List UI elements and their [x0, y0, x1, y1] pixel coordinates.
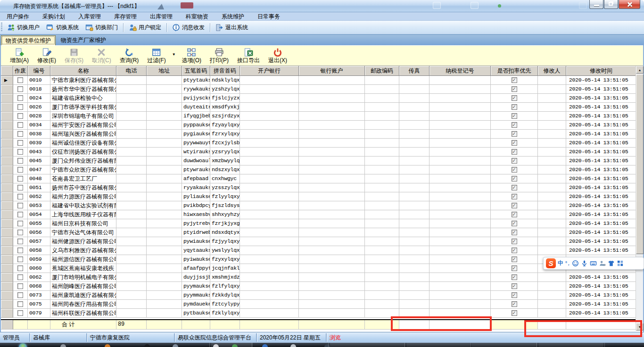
void-checkbox[interactable] — [17, 185, 23, 190]
rate-priority-checkbox[interactable]: ✓ — [512, 256, 517, 262]
void-checkbox[interactable] — [17, 310, 23, 316]
rate-priority-checkbox[interactable]: ✓ — [512, 131, 517, 137]
table-row[interactable]: 0045厦门众邦伟业医疗器械有限公司duwdwoaulxmzbwyylq✓202… — [1, 157, 636, 165]
rate-priority-checkbox[interactable]: ✓ — [512, 113, 517, 119]
skin-icon[interactable] — [608, 260, 615, 267]
void-checkbox[interactable] — [17, 167, 23, 173]
table-row[interactable]: 0062厦门市晗明机械电子有限公司duyjjssjbxmshmjxdz✓2020… — [1, 273, 636, 282]
void-checkbox[interactable] — [17, 265, 23, 271]
action-button-edit[interactable]: 修改(E) — [33, 47, 60, 65]
table-row[interactable]: 0024福建省临床检验中心pvijysckrfjslcjyzx✓2020-05-… — [1, 94, 636, 103]
rate-priority-checkbox[interactable]: ✓ — [512, 140, 517, 146]
rate-priority-checkbox[interactable]: ✓ — [512, 274, 517, 280]
void-checkbox[interactable] — [17, 239, 23, 244]
table-row[interactable]: 0047宁德市众欣医疗器械有限公司ptywrauksndszxylqx✓2020… — [1, 165, 636, 174]
rate-priority-checkbox[interactable]: ✓ — [512, 167, 517, 173]
action-button-options[interactable]: 选项(O) — [178, 47, 206, 65]
table-row[interactable]: 0034福州宇安医疗器械有限公司pyppauksefzyaylqxy✓2020-… — [1, 121, 636, 130]
table-row[interactable]: 0051扬州市苏中医疗器械有限公司ryyakauksyzsszylqx✓2020… — [1, 183, 636, 192]
taskbar-app-icon[interactable] — [60, 344, 66, 347]
quick-button-message[interactable]: 消息收发 — [169, 22, 208, 33]
restore-button[interactable] — [604, 0, 618, 9]
voice-icon[interactable] — [581, 260, 588, 267]
taskbar-app-icon[interactable] — [290, 344, 296, 347]
taskbar-app-icon[interactable] — [105, 344, 110, 347]
rate-priority-checkbox[interactable]: ✓ — [512, 194, 517, 199]
menu-item-8[interactable]: 日常事务 — [251, 12, 287, 21]
taskbar-app-icon[interactable] — [262, 344, 268, 347]
close-button[interactable] — [619, 0, 640, 9]
taskbar-app-icon[interactable] — [324, 344, 330, 347]
void-checkbox[interactable] — [17, 176, 23, 182]
quick-button-switch-system[interactable]: 切换系统 — [43, 22, 82, 33]
punctuation-icon[interactable]: °， — [565, 260, 570, 267]
rate-priority-checkbox[interactable]: ✓ — [512, 77, 517, 83]
table-row[interactable]: 0048苍南县宏卫工艺厂afepbaadcnxhwgyc✓2020-05-14 … — [1, 174, 636, 183]
void-checkbox[interactable] — [17, 77, 23, 83]
rate-priority-checkbox[interactable]: ✓ — [512, 283, 517, 289]
void-checkbox[interactable] — [17, 248, 23, 253]
table-row[interactable]: 0079福州科联医疗器械有限公司pytbauksefzklylqxy✓2020-… — [1, 309, 636, 318]
minimize-button[interactable] — [589, 0, 603, 9]
quick-button-switch-user[interactable]: 切换用户 — [4, 22, 43, 33]
void-checkbox[interactable] — [17, 149, 23, 155]
rate-priority-checkbox[interactable]: ✓ — [512, 149, 517, 155]
tab-2[interactable]: 物资生产厂家维护 — [57, 35, 110, 45]
toolbox-icon[interactable] — [617, 260, 624, 267]
table-row[interactable]: 0028深圳市锦瑞电子有限公司ifyqgjbebszsjrdzyx✓2020-0… — [1, 112, 636, 121]
menu-item-6[interactable]: 科室物资 — [179, 12, 215, 21]
table-row[interactable]: 0039福州诚信佳医疗设备有限公司pyywwauytfzcxjylsb✓2020… — [1, 139, 636, 148]
void-checkbox[interactable] — [17, 274, 23, 280]
menu-item-7[interactable]: 系统维护 — [215, 12, 251, 21]
quick-button-user-lock[interactable]: 用户锁定 — [125, 22, 165, 33]
rate-priority-checkbox[interactable]: ✓ — [512, 292, 517, 298]
action-button-print[interactable]: 打印(P) — [206, 47, 233, 65]
table-row[interactable]: 0068福州朗峰医疗器械有限公司pyymauksefzlfylqxy✓2020-… — [1, 282, 636, 291]
void-checkbox[interactable] — [17, 221, 23, 226]
taskbar-window-button[interactable] — [538, 343, 603, 347]
chinese-mode-icon[interactable]: 中 — [558, 259, 563, 267]
rate-priority-checkbox[interactable]: ✓ — [512, 95, 517, 101]
table-row[interactable]: 0056宁德市兴达气体有限公司ptyidrwebndsxdqtyx✓2020-0… — [1, 228, 636, 237]
rate-priority-checkbox[interactable]: ✓ — [512, 310, 517, 316]
keyboard-icon[interactable] — [590, 260, 597, 267]
toolbar-grip[interactable] — [1, 23, 2, 32]
table-row[interactable]: 0060蕉城区蕉南福安康老残疾afaafppytjcqjnfakl✓2020-0… — [1, 264, 636, 273]
scrollbar-thumb[interactable] — [636, 74, 644, 254]
rate-priority-checkbox[interactable]: ✓ — [512, 158, 517, 164]
menu-item-2[interactable]: 采购计划 — [36, 12, 72, 21]
void-checkbox[interactable] — [17, 86, 23, 92]
table-row[interactable]: 0073福州康凯迪医疗器械有限公司pyymmauksfzkkdylqx✓2020… — [1, 291, 636, 300]
taskbar-window-button[interactable] — [330, 343, 405, 347]
void-checkbox[interactable] — [17, 256, 23, 262]
taskbar-window-button[interactable] — [406, 343, 471, 347]
table-row[interactable]: 0059福州源信医疗器械有限公司pyiwauksefzyxylqxy✓2020-… — [1, 255, 636, 264]
rate-priority-checkbox[interactable]: ✓ — [512, 176, 517, 182]
menu-item-3[interactable]: 入库管理 — [72, 12, 107, 21]
taskbar-app-icon[interactable] — [144, 344, 150, 347]
action-button-filter[interactable]: 过滤(F) — [143, 47, 170, 65]
rate-priority-checkbox[interactable]: ✓ — [512, 203, 517, 208]
rate-priority-checkbox[interactable]: ✓ — [512, 265, 517, 271]
sogou-logo[interactable]: S — [546, 258, 556, 268]
menu-item-5[interactable]: 出库管理 — [143, 12, 179, 21]
table-row[interactable]: ▶0010宁德市康利医疗器械有限公司ptyytauksndsklylqx✓202… — [1, 76, 636, 85]
rate-priority-checkbox[interactable]: ✓ — [512, 86, 517, 92]
rate-priority-checkbox[interactable]: ✓ — [512, 122, 517, 128]
void-checkbox[interactable] — [17, 203, 23, 208]
taskbar-window-button[interactable] — [211, 343, 253, 347]
void-checkbox[interactable] — [17, 104, 23, 110]
title-bar[interactable]: 库存物资管理系统【器械库--管理员】--- 【ndkf1】 — [0, 0, 644, 12]
tab-1[interactable]: 物资供货单位维护 — [1, 35, 56, 45]
emoji-icon[interactable] — [572, 260, 579, 267]
table-row[interactable]: 0058义乌市利雅医疗器械有限公司yqytaauksywslyylqx✓2020… — [1, 246, 636, 255]
action-button-add[interactable]: 增加(A) — [6, 47, 33, 65]
table-row[interactable]: 0043仪征市润扬医疗器械有限公司wtyirauksyzsryylqx✓2020… — [1, 148, 636, 157]
void-checkbox[interactable] — [17, 131, 23, 137]
action-button-exit[interactable]: 退出(X) — [264, 47, 291, 65]
filter-dropdown-button[interactable]: ▼ — [170, 52, 178, 57]
table-row[interactable]: 0018扬州市华中医疗器械有限公司ryywkauksyzshzylqx✓2020… — [1, 85, 636, 94]
reader-icon[interactable]: 24 — [599, 260, 606, 267]
table-row[interactable]: 0057福州健源医疗器械有限公司pywiauksefzjyylqxy✓2020-… — [1, 237, 636, 246]
void-checkbox[interactable] — [17, 113, 23, 119]
